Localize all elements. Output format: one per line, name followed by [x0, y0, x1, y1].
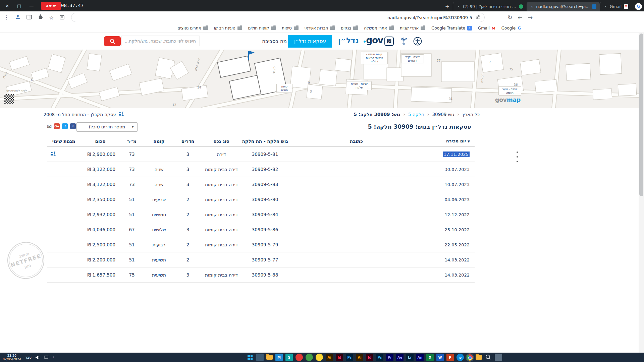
floating-menu-dots[interactable]: [517, 152, 518, 162]
rooms-filter-select[interactable]: מספר חדרים (הכל) ▼: [76, 122, 138, 132]
bookmark-item[interactable]: טיסות: [279, 25, 301, 32]
search-input[interactable]: [121, 36, 200, 46]
nav-whats-around[interactable]: מה בסביבה: [262, 33, 287, 50]
header-floor[interactable]: קומה: [144, 138, 174, 144]
bookmark-item[interactable]: חברות אשראי: [302, 25, 338, 32]
extensions-icon[interactable]: [38, 14, 43, 21]
bookmark-item[interactable]: אתרים נפוצים: [174, 25, 211, 32]
taskbar-app-icon[interactable]: Id: [366, 354, 373, 361]
bookmark-item[interactable]: G Google: [498, 25, 524, 32]
taskbar-app-icon[interactable]: P: [446, 354, 454, 361]
taskbar-app-icon[interactable]: [316, 354, 323, 361]
reload-icon[interactable]: ↻: [507, 14, 512, 21]
taskbar-app-icon[interactable]: [256, 354, 264, 361]
crumb-all-country[interactable]: כל הארץ: [462, 112, 480, 117]
page-scrollbar[interactable]: [639, 33, 644, 353]
tune-icon[interactable]: [476, 14, 480, 21]
table-row[interactable]: 10.07.2023 30909-5-83 דירה בבית קומות 3 …: [47, 177, 475, 192]
taskbar-app-icon[interactable]: Ai: [326, 354, 333, 361]
header-sqm[interactable]: מ״ר: [120, 138, 144, 144]
taskbar-app-icon[interactable]: [485, 354, 492, 361]
scrollbar-thumb[interactable]: [639, 34, 643, 196]
sort-desc-icon[interactable]: ▼: [468, 140, 470, 143]
taskbar-app-icon[interactable]: Lr: [406, 354, 414, 361]
crumb-block[interactable]: גוש 30909: [432, 112, 454, 117]
bookmark-item[interactable]: a Google Translate: [428, 25, 475, 32]
header-sale-date[interactable]: ▼יום מכירה: [424, 138, 475, 143]
taskbar-clock[interactable]: 23:26 02/05/2024: [3, 354, 21, 361]
taskbar-app-icon[interactable]: [248, 355, 253, 360]
table-row[interactable]: 14.03.2022 30909-5-77 2 תשיעית 51 ₪ 2,20…: [47, 252, 475, 267]
netfree-exit-button[interactable]: יציאה: [41, 2, 61, 10]
table-row[interactable]: 12.12.2022 30909-5-84 דירה בבית קומות 2 …: [47, 207, 475, 222]
reading-list-icon[interactable]: [60, 14, 64, 21]
forward-icon[interactable]: ←: [518, 14, 523, 21]
twitter-share-icon[interactable]: t: [62, 123, 68, 129]
header-parcel[interactable]: גוש חלקה - תת חלקה: [241, 138, 288, 144]
taskbar-app-icon[interactable]: X: [426, 354, 434, 361]
taskbar-app-icon[interactable]: Ae: [396, 354, 404, 361]
bookmark-item[interactable]: קופות חולים: [245, 25, 279, 32]
taskbar-app-icon[interactable]: W: [436, 354, 444, 361]
volume-icon[interactable]: [36, 354, 40, 361]
email-share-icon[interactable]: ✉: [47, 123, 52, 129]
taskbar-app-icon[interactable]: Ps: [346, 354, 353, 361]
tab-forum[interactable]: (2) דיון - מחירי הדירות לאן? | 99 ✕: [453, 2, 527, 11]
table-row[interactable]: 30.07.2023 30909-5-82 דירה בבית קומות 3 …: [47, 162, 475, 177]
taskbar-app-icon[interactable]: [476, 355, 482, 360]
taskbar-app-icon[interactable]: Pr: [386, 354, 393, 361]
table-row[interactable]: 14.03.2022 30909-5-88 דירה בבית קומות 3 …: [47, 267, 475, 283]
header-rooms[interactable]: חדרים: [174, 138, 201, 144]
taskbar-app-icon[interactable]: [495, 354, 502, 361]
taskbar-app-icon[interactable]: e: [457, 354, 464, 361]
window-close-button[interactable]: ✕: [5, 3, 9, 8]
taskbar-app-icon[interactable]: Ps: [376, 354, 383, 361]
taskbar-app-icon[interactable]: [296, 354, 303, 361]
profile-avatar[interactable]: G: [635, 3, 642, 10]
header-property-type[interactable]: סוג נכס: [201, 138, 241, 144]
side-panel-icon[interactable]: [26, 14, 32, 21]
search-button[interactable]: [104, 36, 121, 46]
taskbar-app-icon[interactable]: Ai: [356, 354, 363, 361]
bookmark-item[interactable]: M Gmail: [475, 25, 498, 32]
taskbar-app-icon[interactable]: S: [285, 354, 293, 361]
table-row[interactable]: 17.11.2025 30909-5-81 דירה 3 73 ₪ 2,900,…: [47, 147, 475, 162]
tray-expand-icon[interactable]: ∧: [52, 356, 55, 359]
tab-gmail[interactable]: Gmail ✕: [600, 2, 632, 11]
crumb-parcel[interactable]: חלקה 5: [408, 112, 424, 117]
keyboard-language[interactable]: עבר: [25, 355, 32, 360]
display-tray-icon[interactable]: [44, 354, 48, 361]
taskbar-app-icon[interactable]: M: [275, 354, 283, 361]
bookmark-item[interactable]: אתרי ממשלה: [361, 25, 397, 32]
taskbar-app-icon[interactable]: An: [416, 354, 424, 361]
tab-nadlan-active[interactable]: nadlan.gov.il/?search=pid%3D3... ✕: [527, 2, 600, 11]
tab-close-icon[interactable]: ✕: [457, 5, 461, 8]
bookmark-star-icon[interactable]: ☆: [49, 14, 54, 21]
header-trend[interactable]: מגמת שינוי: [47, 138, 80, 144]
table-row[interactable]: 25.10.2022 30909-5-86 דירה בבית קומות 3 …: [47, 222, 475, 237]
table-row[interactable]: 22.05.2022 30909-5-79 דירה בבית קומות 2 …: [47, 237, 475, 252]
profile-icon[interactable]: [15, 14, 20, 21]
header-amount[interactable]: סכום: [80, 138, 120, 144]
url-text[interactable]: nadlan.gov.il/?search=pid%3D30909-5: [387, 15, 472, 20]
taskbar-app-icon[interactable]: Id: [336, 354, 343, 361]
map-canvas[interactable]: קופת חולים - שירותי בריאות כללית ישיבה -…: [0, 50, 644, 108]
bookmark-item[interactable]: בנקים: [338, 25, 361, 32]
tab-close-icon[interactable]: ✕: [530, 5, 534, 8]
facebook-share-icon[interactable]: f: [70, 123, 76, 129]
new-tab-button[interactable]: +: [443, 2, 451, 11]
bookmark-item[interactable]: אתרי קניות: [397, 25, 428, 32]
taskbar-app-icon[interactable]: [266, 355, 273, 360]
browser-menu-icon[interactable]: ⋮: [4, 14, 9, 20]
back-icon[interactable]: →: [528, 14, 533, 21]
tab-close-icon[interactable]: ✕: [603, 5, 607, 8]
address-bar[interactable]: nadlan.gov.il/?search=pid%3D30909-5: [71, 13, 485, 22]
window-minimize-button[interactable]: —: [29, 3, 34, 8]
bookmark-item[interactable]: טעינת רב קו: [211, 25, 245, 32]
window-maximize-button[interactable]: □: [17, 3, 21, 8]
taskbar-app-icon[interactable]: [306, 354, 313, 361]
accessibility-icon[interactable]: [413, 37, 422, 47]
header-address[interactable]: כתובת: [288, 138, 424, 144]
nav-deals-active[interactable]: עסקאות נדל״ן: [288, 35, 332, 48]
table-row[interactable]: 04.06.2023 30909-5-80 דירה בבית קומות 2 …: [47, 192, 475, 207]
